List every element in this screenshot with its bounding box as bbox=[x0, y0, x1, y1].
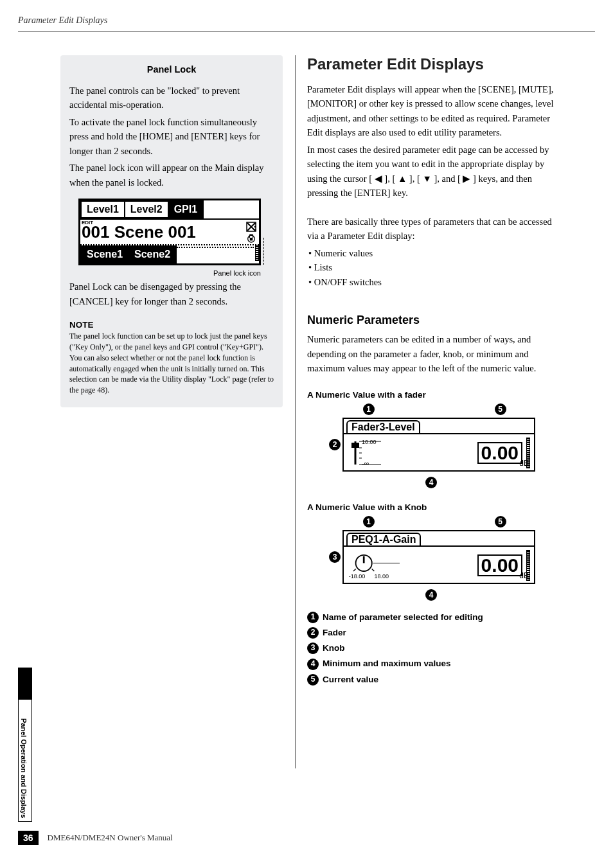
numeric-heading: Numeric Parameters bbox=[307, 314, 555, 327]
def-row-2: 2Fader bbox=[307, 625, 555, 641]
def-num-3-icon: 3 bbox=[307, 642, 319, 654]
def-label-3: Knob bbox=[323, 641, 345, 656]
callout-5-icon: 5 bbox=[495, 403, 506, 415]
section-title: Parameter Edit Displays bbox=[307, 55, 555, 73]
fader-min: -∞ bbox=[362, 459, 369, 467]
callout-5b-icon: 5 bbox=[495, 516, 506, 527]
lcd-tab-scene1: Scene1 bbox=[80, 245, 129, 263]
svg-rect-9 bbox=[351, 443, 359, 448]
ped-types-list: Numeric values Lists ON/OFF switches bbox=[307, 246, 555, 289]
panel-lock-p3: The panel lock icon will appear on the M… bbox=[69, 161, 274, 190]
callout-1-icon: 1 bbox=[363, 403, 375, 415]
lcd-edit-indicator: EDIT bbox=[82, 220, 93, 226]
panel-lock-heading: Panel Lock bbox=[69, 64, 274, 75]
mute-icon bbox=[246, 222, 256, 232]
def-num-1-icon: 1 bbox=[307, 612, 319, 623]
footer-book-title: DME64N/DME24N Owner's Manual bbox=[48, 833, 173, 843]
list-item: Lists bbox=[308, 260, 555, 274]
callout-4-icon: 4 bbox=[425, 477, 437, 488]
lcd-tab-gpi1: GPI1 bbox=[168, 200, 204, 218]
lcd-scene-number: 001 Scene 001 bbox=[80, 222, 196, 242]
def-row-4: 4Minimum and maximum values bbox=[307, 656, 555, 671]
panel-lock-p4-wrap: Panel Lock can be disengaged by pressing… bbox=[69, 279, 274, 308]
scrollbar-icon bbox=[255, 245, 259, 261]
knob-title: PEQ1-A-Gain bbox=[346, 533, 421, 547]
lcd-main-display: Level1 Level2 GPI1 EDIT 001 Scene 001 Sc… bbox=[78, 199, 261, 277]
def-row-1: 1Name of parameter selected for editing bbox=[307, 610, 555, 625]
fader-diagram: 1 5 2 Fader3-Level 10.00 -∞ bbox=[307, 403, 555, 488]
footer: 36 DME64N/DME24N Owner's Manual bbox=[18, 831, 173, 845]
svg-point-3 bbox=[254, 222, 256, 224]
knob-diagram: 1 5 3 PEQ1-A-Gain -18.00 18 bbox=[307, 516, 555, 601]
svg-line-17 bbox=[353, 569, 356, 571]
def-label-2: Fader bbox=[323, 625, 346, 641]
header-rule bbox=[18, 31, 595, 31]
side-tab-label: Panel Operation and Displays bbox=[20, 718, 28, 818]
cursor-left-icon: ◀ bbox=[375, 173, 382, 184]
callout-1b-icon: 1 bbox=[363, 516, 375, 527]
def-num-5-icon: 5 bbox=[307, 674, 319, 686]
def-label-4: Minimum and maximum values bbox=[323, 656, 451, 671]
callout-4b-icon: 4 bbox=[425, 589, 437, 601]
right-column: Parameter Edit Displays Parameter Edit d… bbox=[307, 55, 555, 687]
knob-min: -18.00 bbox=[349, 572, 366, 579]
ped-types-intro: There are basically three types of param… bbox=[307, 215, 555, 244]
page-number: 36 bbox=[18, 831, 39, 845]
ped-types: There are basically three types of param… bbox=[307, 215, 555, 289]
lcd-tab-level2: Level2 bbox=[124, 200, 169, 218]
ped-intro-p2: In most cases the desired parameter edit… bbox=[307, 143, 555, 200]
panel-lock-p2: To activate the panel lock function simu… bbox=[69, 115, 274, 158]
knob-max: 18.00 bbox=[374, 572, 389, 579]
def-label-1: Name of parameter selected for editing bbox=[323, 610, 483, 625]
cursor-right-icon: ▶ bbox=[463, 173, 470, 184]
lock-icon bbox=[246, 233, 256, 243]
callout-2-icon: 2 bbox=[329, 439, 341, 450]
definitions-list: 1Name of parameter selected for editing … bbox=[307, 610, 555, 687]
note-heading: NOTE bbox=[69, 320, 274, 330]
callout-line bbox=[263, 238, 264, 265]
fader-title: Fader3-Level bbox=[346, 420, 420, 434]
fader-max: 10.00 bbox=[362, 439, 377, 445]
def-row-3: 3Knob bbox=[307, 641, 555, 656]
panel-lock-p4: Panel Lock can be disengaged by pressing… bbox=[69, 279, 274, 308]
fader-graphic: 10.00 -∞ bbox=[348, 438, 405, 468]
svg-point-4 bbox=[254, 226, 256, 227]
ped-intro: Parameter Edit displays will appear when… bbox=[307, 82, 555, 200]
knob-graphic: -18.00 18.00 bbox=[348, 550, 405, 581]
cursor-up-icon: ▲ bbox=[398, 173, 407, 184]
svg-point-5 bbox=[254, 229, 256, 231]
fader-value: 0.00 bbox=[477, 442, 522, 464]
fader-lcd: Fader3-Level 10.00 -∞ bbox=[342, 418, 535, 472]
panel-lock-box: Panel Lock The panel controls can be "lo… bbox=[60, 55, 283, 407]
def-row-5: 5Current value bbox=[307, 672, 555, 687]
left-column: Panel Lock The panel controls can be "lo… bbox=[60, 55, 283, 411]
lcd-tab-level1: Level1 bbox=[80, 200, 125, 218]
list-item: ON/OFF switches bbox=[308, 275, 555, 289]
panel-lock-p1: The panel controls can be "locked" to pr… bbox=[69, 84, 274, 112]
def-label-5: Current value bbox=[323, 672, 378, 687]
numeric-body: Numeric parameters can be edited in a nu… bbox=[307, 332, 555, 375]
knob-value: 0.00 bbox=[477, 554, 522, 576]
column-divider bbox=[295, 55, 296, 768]
def-num-4-icon: 4 bbox=[307, 659, 319, 670]
lcd-caption: Panel lock icon bbox=[78, 269, 261, 277]
callout-3-icon: 3 bbox=[329, 551, 341, 563]
def-num-2-icon: 2 bbox=[307, 627, 319, 639]
knob-unit: dB bbox=[519, 571, 529, 580]
cursor-down-icon: ▼ bbox=[422, 173, 431, 184]
ped-intro-p1: Parameter Edit displays will appear when… bbox=[307, 82, 555, 140]
knob-subtitle: A Numeric Value with a Knob bbox=[307, 502, 555, 512]
svg-line-18 bbox=[372, 569, 375, 571]
side-chapter-tab: Panel Operation and Displays bbox=[18, 668, 32, 822]
list-item: Numeric values bbox=[308, 246, 555, 260]
svg-rect-7 bbox=[250, 238, 253, 240]
knob-lcd: PEQ1-A-Gain -18.00 18.00 0.00 bbox=[342, 530, 535, 584]
fader-subtitle: A Numeric Value with a fader bbox=[307, 390, 555, 400]
running-header: Parameter Edit Displays bbox=[18, 15, 107, 26]
note-body: The panel lock function can be set up to… bbox=[69, 331, 274, 396]
panel-lock-body: The panel controls can be "locked" to pr… bbox=[69, 84, 274, 190]
numeric-body-p: Numeric parameters can be edited in a nu… bbox=[307, 332, 555, 375]
lcd-tab-scene2: Scene2 bbox=[128, 245, 177, 263]
fader-unit: dB bbox=[519, 459, 529, 468]
